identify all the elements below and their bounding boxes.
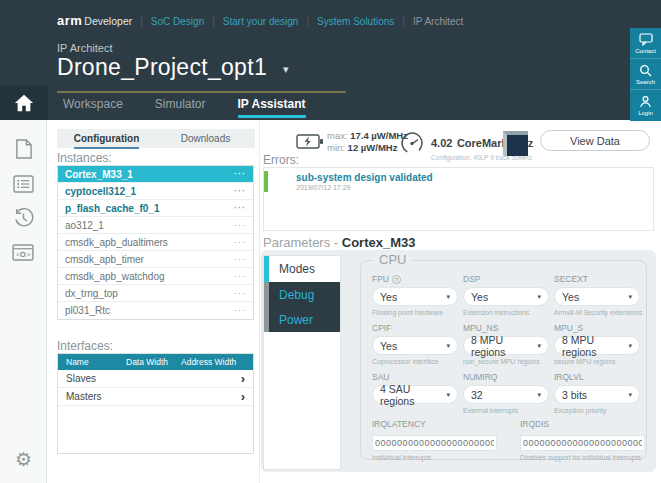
contact-button[interactable]: Contact bbox=[630, 28, 661, 59]
param-caption: External interrupts bbox=[463, 407, 549, 415]
instance-row[interactable]: ao312_1··· bbox=[58, 217, 253, 234]
nav-link-soc-design[interactable]: SoC Design bbox=[151, 16, 204, 27]
interface-row[interactable]: Masters› bbox=[58, 388, 253, 406]
dropdown-caret-icon: ▾ bbox=[537, 342, 541, 350]
instance-row[interactable]: pl031_Rtc··· bbox=[58, 302, 253, 319]
instance-row[interactable]: cmsdk_apb_timer··· bbox=[58, 251, 253, 268]
row-menu-icon[interactable]: ··· bbox=[234, 285, 246, 301]
row-menu-icon[interactable]: ··· bbox=[234, 268, 246, 284]
tab-workspace[interactable]: Workspace bbox=[63, 97, 123, 111]
sau-select[interactable]: 4 SAU regions▾ bbox=[372, 385, 458, 404]
login-button[interactable]: Login bbox=[630, 90, 661, 121]
history-icon[interactable] bbox=[13, 208, 34, 229]
arm-developer-logo[interactable]: arm Developer bbox=[57, 13, 132, 28]
home-button[interactable] bbox=[0, 85, 48, 120]
error-entry[interactable]: sub-system design validated 2019/07/12 1… bbox=[264, 168, 653, 191]
tab-power[interactable]: Power bbox=[269, 307, 340, 332]
fpu-select[interactable]: Yes▾ bbox=[372, 287, 458, 306]
document-icon[interactable] bbox=[14, 138, 33, 160]
param-caption: Floating point hardware bbox=[372, 309, 458, 317]
dropdown-caret-icon: ▾ bbox=[446, 342, 450, 350]
power-min-value: 12 µW/MHz bbox=[348, 142, 398, 153]
param-caption: Disables support for individual interrup… bbox=[520, 454, 645, 462]
instance-name: cyptocell312_1 bbox=[65, 183, 136, 199]
instance-row[interactable]: cmsdk_apb_dualtimers··· bbox=[58, 234, 253, 251]
instance-name: cmsdk_apb_timer bbox=[65, 251, 144, 267]
chevron-right-icon[interactable]: › bbox=[241, 389, 245, 404]
project-title: Drone_Project_opt1 bbox=[57, 54, 267, 81]
tab-downloads[interactable]: Downloads bbox=[156, 133, 255, 144]
param-label: NUMIRQ bbox=[463, 372, 549, 382]
row-menu-icon[interactable]: ··· bbox=[234, 234, 246, 250]
param-label: CPIF bbox=[372, 323, 458, 333]
power-stats: max: 17.4 µW/MHz min: 12 µW/MHz bbox=[327, 130, 408, 154]
irqdis-input[interactable] bbox=[520, 435, 645, 451]
gear-icon[interactable]: ⚙ bbox=[0, 448, 47, 471]
select-value: 32 bbox=[471, 389, 483, 401]
param-caption: Individual interrupts bbox=[372, 454, 497, 462]
irqlvl-select[interactable]: 3 bits▾ bbox=[554, 385, 640, 404]
instance-row[interactable]: Cortex_M33_1··· bbox=[58, 166, 253, 183]
row-menu-icon[interactable]: ··· bbox=[234, 166, 246, 182]
interfaces-label: Interfaces: bbox=[57, 339, 113, 353]
select-value: 3 bits bbox=[562, 389, 587, 401]
instance-row[interactable]: dx_trng_top··· bbox=[58, 285, 253, 302]
view-data-button[interactable]: View Data bbox=[540, 130, 650, 151]
error-title[interactable]: sub-system design validated bbox=[296, 172, 653, 183]
numirq-select[interactable]: 32▾ bbox=[463, 385, 549, 404]
tab-debug[interactable]: Debug bbox=[269, 282, 340, 307]
instance-row[interactable]: p_flash_cache_f0_1··· bbox=[58, 200, 253, 217]
select-value: Yes bbox=[562, 291, 579, 303]
dropdown-caret-icon: ▾ bbox=[537, 391, 541, 399]
list-icon[interactable] bbox=[13, 175, 34, 193]
tab-ip-assistant[interactable]: IP Assistant bbox=[238, 97, 306, 111]
row-menu-icon[interactable]: ··· bbox=[234, 183, 246, 199]
param-label: DSP bbox=[463, 274, 549, 284]
cpif-select[interactable]: Yes▾ bbox=[372, 336, 458, 355]
dsp-select[interactable]: Yes▾ bbox=[463, 287, 549, 306]
chat-icon bbox=[639, 33, 653, 46]
param-field-mpu_ns: MPU_NS8 MPU regions▾non_secure MPU regio… bbox=[463, 323, 549, 366]
param-caption: non_secure MPU regions bbox=[463, 358, 549, 366]
project-title-row[interactable]: Drone_Project_opt1 ▾ bbox=[57, 54, 289, 81]
param-field-cpif: CPIFYes▾Coprocessor interface bbox=[372, 323, 458, 366]
brand-arm: arm bbox=[57, 13, 82, 28]
top-navigation: arm Developer | SoC Design | Start your … bbox=[57, 13, 463, 28]
power-max-label: max: bbox=[327, 130, 348, 141]
nav-link-start-your-design[interactable]: Start your design bbox=[223, 16, 299, 27]
instance-name: p_flash_cache_f0_1 bbox=[65, 200, 160, 216]
errors-label: Errors: bbox=[263, 153, 299, 167]
secext-select[interactable]: Yes▾ bbox=[554, 287, 640, 306]
irqlatency-input[interactable] bbox=[372, 435, 497, 451]
instance-name: cmsdk_apb_dualtimers bbox=[65, 234, 168, 250]
help-icon[interactable]: ? bbox=[392, 275, 401, 284]
instance-row[interactable]: cyptocell312_1··· bbox=[58, 183, 253, 200]
nav-divider: | bbox=[212, 16, 215, 27]
row-menu-icon[interactable]: ··· bbox=[234, 217, 246, 233]
chip-thumbnail[interactable] bbox=[503, 131, 528, 156]
row-menu-icon[interactable]: ··· bbox=[234, 302, 246, 319]
instance-name: pl031_Rtc bbox=[65, 302, 110, 319]
code-window-icon[interactable]: <> bbox=[12, 244, 34, 261]
chevron-right-icon[interactable]: › bbox=[241, 371, 245, 386]
row-menu-icon[interactable]: ··· bbox=[234, 200, 246, 216]
nav-divider: | bbox=[140, 16, 143, 27]
tab-configuration[interactable]: Configuration bbox=[57, 133, 156, 144]
mpu_s-select[interactable]: 8 MPU regions▾ bbox=[554, 336, 640, 355]
select-value: Yes bbox=[380, 340, 397, 352]
tab-simulator[interactable]: Simulator bbox=[155, 97, 206, 111]
mpu_ns-select[interactable]: 8 MPU regions▾ bbox=[463, 336, 549, 355]
instance-row[interactable]: cmsdk_apb_watchdog··· bbox=[58, 268, 253, 285]
chevron-down-icon[interactable]: ▾ bbox=[283, 59, 289, 76]
search-icon bbox=[639, 64, 652, 77]
nav-link-system-solutions[interactable]: System Solutions bbox=[317, 16, 394, 27]
tab-modes[interactable]: Modes bbox=[264, 256, 340, 282]
nav-divider: | bbox=[402, 16, 405, 27]
interface-row[interactable]: Slaves› bbox=[58, 370, 253, 388]
parameter-tab-group: Debug Power bbox=[264, 282, 340, 332]
cpu-group-label: CPU bbox=[373, 252, 412, 267]
quick-action-bar: Contact Search Login bbox=[630, 28, 661, 121]
power-min-label: min: bbox=[327, 142, 345, 153]
row-menu-icon[interactable]: ··· bbox=[234, 251, 246, 267]
search-button[interactable]: Search bbox=[630, 59, 661, 90]
